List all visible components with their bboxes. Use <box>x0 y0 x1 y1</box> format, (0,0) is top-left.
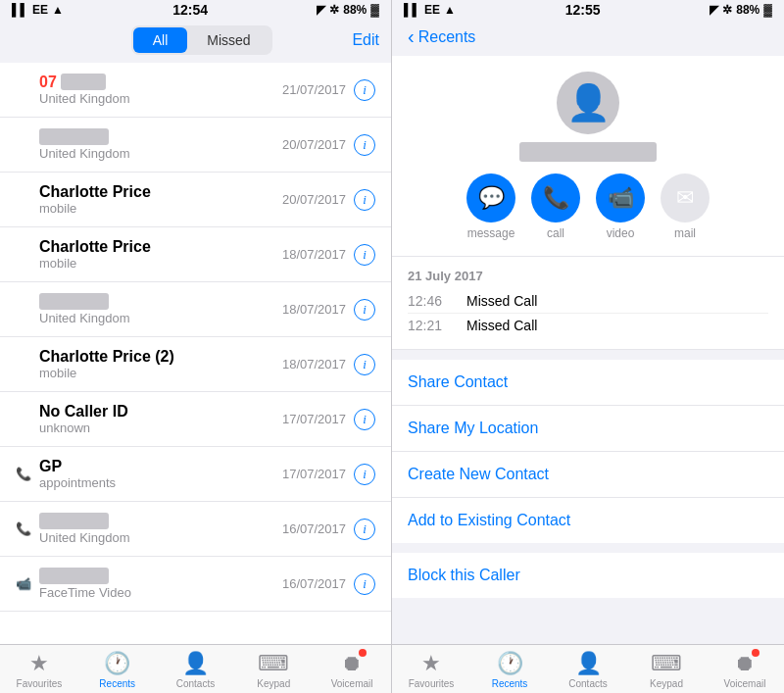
call-date: 18/07/2017 <box>282 302 346 317</box>
list-item[interactable]: 📞 United Kingdom 16/07/2017 i <box>0 502 391 557</box>
create-contact-item[interactable]: Create New Contact <box>392 452 784 498</box>
list-item[interactable]: Charlotte Price (2) mobile 18/07/2017 i <box>0 337 391 392</box>
add-existing-item[interactable]: Add to Existing Contact <box>392 498 784 543</box>
right-tab-recents[interactable]: 🕐 Recents <box>470 651 549 689</box>
info-button[interactable]: i <box>354 189 375 211</box>
tab-contacts-label: Contacts <box>176 678 215 689</box>
blurred-number <box>39 568 109 584</box>
video-action[interactable]: 📹 video <box>596 173 645 240</box>
bluetooth-icon: ✲ <box>329 3 339 17</box>
tab-contacts[interactable]: 👤 Contacts <box>157 651 235 689</box>
block-caller-item[interactable]: Block this Caller <box>392 553 784 598</box>
mail-action[interactable]: ✉ mail <box>661 173 710 240</box>
caller-sub: unknown <box>39 421 282 435</box>
tab-favourites-label: Favourites <box>17 678 63 689</box>
call-item-right: 17/07/2017 i <box>282 464 375 485</box>
right-tab-favourites[interactable]: ★ Favourites <box>392 651 470 689</box>
list-item[interactable]: Charlotte Price mobile 18/07/2017 i <box>0 227 391 282</box>
call-item-right: 20/07/2017 i <box>282 134 375 156</box>
right-clock: 12:55 <box>565 2 601 18</box>
list-item[interactable]: United Kingdom 18/07/2017 i <box>0 282 391 337</box>
list-item[interactable]: No Caller ID unknown 17/07/2017 i <box>0 392 391 447</box>
right-gps-icon: ◤ <box>710 3 718 17</box>
tab-favourites[interactable]: ★ Favourites <box>0 651 78 689</box>
blurred-number <box>61 74 106 90</box>
left-status-left: ▌▌ EE ▲ <box>12 3 64 17</box>
call-item-info: United Kingdom <box>39 293 282 325</box>
share-location-item[interactable]: Share My Location <box>392 406 784 452</box>
info-button[interactable]: i <box>354 244 375 266</box>
right-tab-contacts[interactable]: 👤 Contacts <box>549 651 627 689</box>
list-item[interactable]: 📞 GP appointments 17/07/2017 i <box>0 447 391 502</box>
call-item-right: 18/07/2017 i <box>282 244 375 266</box>
battery-label: 88% <box>343 3 367 17</box>
call-date: 17/07/2017 <box>282 467 346 481</box>
list-item[interactable]: 07 United Kingdom 21/07/2017 i <box>0 63 391 118</box>
keypad-icon: ⌨ <box>258 651 289 676</box>
call-item-right: 17/07/2017 i <box>282 409 375 430</box>
caller-name <box>39 513 282 530</box>
person-icon: 👤 <box>566 82 611 124</box>
missed-segment-btn[interactable]: Missed <box>187 27 270 53</box>
blurred-number <box>39 513 109 529</box>
contact-detail: 👤 💬 message 📞 call 📹 video <box>392 56 784 257</box>
right-tab-keypad[interactable]: ⌨ Keypad <box>627 651 706 689</box>
right-battery-label: 88% <box>736 3 760 17</box>
tab-recents[interactable]: 🕐 Recents <box>78 651 157 689</box>
signal-icon: ▌▌ <box>12 3 28 17</box>
right-tab-keypad-label: Keypad <box>650 678 683 689</box>
call-date: 18/07/2017 <box>282 357 346 371</box>
call-time: 12:46 <box>408 293 466 309</box>
video-icon: 📹 <box>608 185 634 211</box>
left-header: All Missed Edit <box>0 20 391 63</box>
info-button[interactable]: i <box>354 79 375 101</box>
info-button[interactable]: i <box>354 134 375 156</box>
list-item[interactable]: United Kingdom 20/07/2017 i <box>0 118 391 173</box>
right-voicemail-icon-wrap: ⏺ <box>734 651 756 676</box>
tab-keypad[interactable]: ⌨ Keypad <box>234 651 313 689</box>
caller-sub: United Kingdom <box>39 311 282 325</box>
mail-circle: ✉ <box>661 173 710 223</box>
back-button[interactable]: ‹ Recents <box>408 25 475 48</box>
info-button[interactable]: i <box>354 354 375 375</box>
info-button[interactable]: i <box>354 519 375 540</box>
call-date: 16/07/2017 <box>282 576 346 591</box>
call-label: call <box>547 226 564 240</box>
right-tab-bar: ★ Favourites 🕐 Recents 👤 Contacts ⌨ Keyp… <box>392 644 784 693</box>
call-item-right: 18/07/2017 i <box>282 299 375 321</box>
info-button[interactable]: i <box>354 299 375 321</box>
list-item[interactable]: 📹 FaceTime Video 16/07/2017 i <box>0 557 391 612</box>
blurred-number <box>39 293 109 310</box>
info-button[interactable]: i <box>354 464 375 485</box>
call-item-info: Charlotte Price mobile <box>39 238 282 271</box>
caller-sub: United Kingdom <box>39 91 282 106</box>
info-button[interactable]: i <box>354 573 375 595</box>
info-button[interactable]: i <box>354 409 375 430</box>
voicemail-icon: ⏺ <box>341 651 363 676</box>
call-action[interactable]: 📞 call <box>531 173 580 240</box>
caller-name: 07 <box>39 74 282 91</box>
right-battery-icon: ▓ <box>763 3 772 17</box>
call-type-icon: 📹 <box>16 576 33 591</box>
share-contact-item[interactable]: Share Contact <box>392 360 784 406</box>
call-date: 16/07/2017 <box>282 521 346 536</box>
caller-sub: mobile <box>39 256 282 271</box>
call-date: 20/07/2017 <box>282 192 346 207</box>
call-item-info: 07 United Kingdom <box>39 74 282 106</box>
recents-icon: 🕐 <box>104 651 130 676</box>
call-item-info: FaceTime Video <box>39 568 282 600</box>
call-date: 17/07/2017 <box>282 412 346 426</box>
contact-phone-blurred <box>519 142 657 162</box>
left-clock: 12:54 <box>172 2 208 18</box>
tab-voicemail[interactable]: ⏺ Voicemail <box>313 651 391 689</box>
right-tab-voicemail[interactable]: ⏺ Voicemail <box>706 651 784 689</box>
all-segment-btn[interactable]: All <box>133 27 188 53</box>
message-action[interactable]: 💬 message <box>466 173 515 240</box>
action-list: Share Contact Share My Location Create N… <box>392 360 784 543</box>
call-item-info: Charlotte Price mobile <box>39 183 282 216</box>
caller-name: Charlotte Price <box>39 183 282 201</box>
caller-name: Charlotte Price <box>39 238 282 256</box>
call-item-info: Charlotte Price (2) mobile <box>39 348 282 380</box>
list-item[interactable]: Charlotte Price mobile 20/07/2017 i <box>0 173 391 227</box>
edit-button[interactable]: Edit <box>352 31 379 49</box>
